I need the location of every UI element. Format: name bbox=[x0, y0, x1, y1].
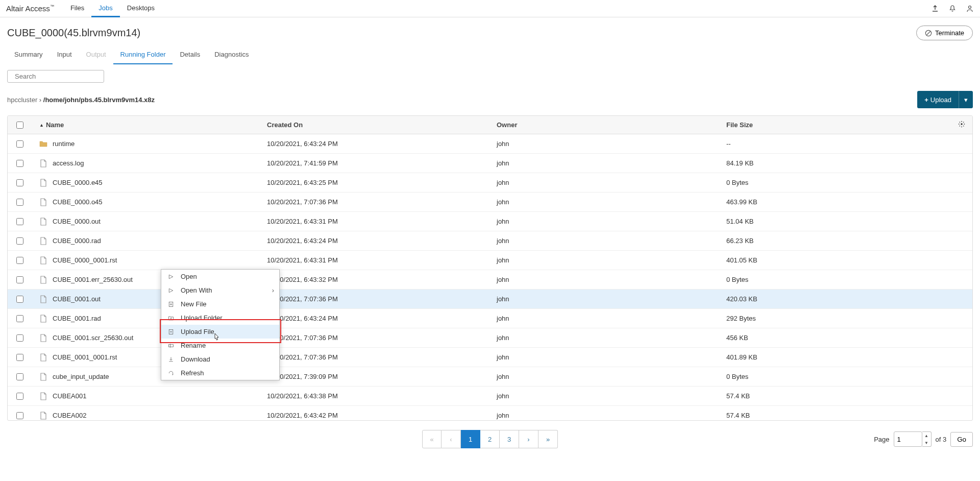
file-owner: john bbox=[497, 392, 726, 400]
row-checkbox[interactable] bbox=[16, 373, 23, 380]
page-btn-2[interactable]: 2 bbox=[480, 430, 500, 448]
topnav-desktops[interactable]: Desktops bbox=[120, 0, 162, 17]
table-row[interactable]: CUBE_0001.scr_25630.out10/20/2021, 7:07:… bbox=[8, 328, 972, 348]
context-menu-refresh[interactable]: Refresh bbox=[161, 366, 279, 380]
search-input[interactable] bbox=[7, 70, 104, 83]
file-owner: john bbox=[497, 140, 726, 148]
row-checkbox[interactable] bbox=[16, 412, 23, 419]
row-checkbox[interactable] bbox=[16, 276, 23, 283]
context-menu-upload-file[interactable]: Upload File bbox=[161, 325, 279, 339]
context-menu-rename[interactable]: Rename bbox=[161, 339, 279, 352]
row-checkbox[interactable] bbox=[16, 354, 23, 361]
file-created: 10/20/2021, 7:41:59 PM bbox=[267, 159, 497, 167]
row-checkbox[interactable] bbox=[16, 140, 23, 148]
table-row[interactable]: CUBE_0000.e4510/20/2021, 6:43:25 PMjohn0… bbox=[8, 173, 972, 193]
table-row[interactable]: CUBE_0000.o4510/20/2021, 7:07:36 PMjohn4… bbox=[8, 193, 972, 212]
upload-button[interactable]: + Upload ▾ bbox=[917, 91, 973, 108]
pager: «‹123›» bbox=[422, 430, 558, 448]
topnav-jobs[interactable]: Jobs bbox=[91, 0, 119, 17]
row-checkbox[interactable] bbox=[16, 179, 23, 186]
file-owner: john bbox=[497, 159, 726, 167]
file-icon bbox=[39, 334, 47, 342]
file-created: 10/20/2021, 7:07:36 PM bbox=[267, 353, 497, 361]
file-icon bbox=[39, 237, 47, 245]
file-icon bbox=[39, 353, 47, 362]
table-row[interactable]: CUBE_0001.rad10/20/2021, 6:43:24 PMjohn2… bbox=[8, 309, 972, 328]
file-size: 57.4 KB bbox=[726, 412, 951, 419]
context-menu-new-file[interactable]: New File bbox=[161, 297, 279, 311]
file-created: 10/20/2021, 6:43:31 PM bbox=[267, 218, 497, 225]
tabs: SummaryInputOutputRunning FolderDetailsD… bbox=[0, 42, 980, 65]
row-checkbox[interactable] bbox=[16, 160, 23, 167]
svg-point-5 bbox=[961, 123, 963, 125]
page-btn-›[interactable]: › bbox=[519, 430, 538, 448]
row-checkbox[interactable] bbox=[16, 218, 23, 225]
context-menu: OpenOpen WithNew FileUpload FolderUpload… bbox=[161, 269, 280, 380]
file-name: CUBE_0000.e45 bbox=[53, 179, 103, 186]
page-input[interactable] bbox=[894, 431, 922, 447]
table-row[interactable]: CUBEA00110/20/2021, 6:43:38 PMjohn57.4 K… bbox=[8, 387, 972, 406]
row-checkbox[interactable] bbox=[16, 257, 23, 264]
go-button[interactable]: Go bbox=[950, 432, 973, 447]
svg-point-0 bbox=[969, 6, 971, 8]
file-created: 10/20/2021, 7:07:36 PM bbox=[267, 295, 497, 303]
file-size: 292 Bytes bbox=[726, 315, 951, 322]
upload-icon[interactable] bbox=[931, 5, 939, 13]
tab-details[interactable]: Details bbox=[173, 46, 207, 64]
file-size: -- bbox=[726, 140, 951, 148]
tab-diagnostics[interactable]: Diagnostics bbox=[207, 46, 256, 64]
page-btn-3[interactable]: 3 bbox=[500, 430, 519, 448]
table-row[interactable]: CUBE_0000.rad10/20/2021, 6:43:24 PMjohn6… bbox=[8, 231, 972, 251]
file-size: 401.89 KB bbox=[726, 353, 951, 361]
table-row[interactable]: CUBE_0001.out10/20/2021, 7:07:36 PMjohn4… bbox=[8, 290, 972, 309]
table-row[interactable]: CUBE_0000_0001.rst10/20/2021, 6:43:31 PM… bbox=[8, 251, 972, 270]
row-checkbox[interactable] bbox=[16, 296, 23, 303]
file-owner: john bbox=[497, 218, 726, 225]
topnav-files[interactable]: Files bbox=[63, 0, 91, 17]
row-checkbox[interactable] bbox=[16, 199, 23, 206]
gear-icon[interactable] bbox=[951, 121, 972, 129]
user-icon[interactable] bbox=[966, 5, 974, 13]
file-owner: john bbox=[497, 315, 726, 322]
page-btn-»[interactable]: » bbox=[538, 430, 558, 448]
file-size: 0 Bytes bbox=[726, 373, 951, 380]
context-menu-upload-folder[interactable]: Upload Folder bbox=[161, 311, 279, 325]
file-icon bbox=[39, 315, 47, 323]
tab-input[interactable]: Input bbox=[50, 46, 79, 64]
brand: Altair Access™ bbox=[6, 4, 54, 13]
context-menu-download[interactable]: Download bbox=[161, 352, 279, 366]
breadcrumb: hpccluster › /home/john/pbs.45.blrvm9vm1… bbox=[7, 96, 155, 104]
select-all-checkbox[interactable] bbox=[16, 122, 23, 129]
table-row[interactable]: cube_input_update10/20/2021, 7:39:09 PMj… bbox=[8, 367, 972, 387]
header-created[interactable]: Created On bbox=[267, 121, 497, 129]
context-menu-open-with[interactable]: Open With bbox=[161, 283, 279, 297]
tab-summary[interactable]: Summary bbox=[7, 46, 50, 64]
file-icon bbox=[39, 198, 47, 206]
file-icon bbox=[39, 392, 47, 400]
context-menu-open[interactable]: Open bbox=[161, 270, 279, 283]
row-checkbox[interactable] bbox=[16, 237, 23, 245]
table-row[interactable]: CUBE_0001.err_25630.out10/20/2021, 6:43:… bbox=[8, 270, 972, 290]
file-owner: john bbox=[497, 256, 726, 264]
table-row[interactable]: CUBE_0001_0001.rst10/20/2021, 7:07:36 PM… bbox=[8, 348, 972, 367]
table-row[interactable]: access.log10/20/2021, 7:41:59 PMjohn84.1… bbox=[8, 154, 972, 173]
bell-icon[interactable] bbox=[948, 5, 957, 13]
terminate-button[interactable]: Terminate bbox=[916, 26, 973, 40]
row-checkbox[interactable] bbox=[16, 393, 23, 400]
header-size[interactable]: File Size bbox=[726, 121, 951, 129]
upload-caret-icon[interactable]: ▾ bbox=[959, 91, 973, 108]
file-size: 0 Bytes bbox=[726, 276, 951, 283]
row-checkbox[interactable] bbox=[16, 334, 23, 342]
row-checkbox[interactable] bbox=[16, 315, 23, 322]
file-owner: john bbox=[497, 295, 726, 303]
file-name: CUBE_0001.out bbox=[53, 295, 101, 303]
table-row[interactable]: runtime10/20/2021, 6:43:24 PMjohn-- bbox=[8, 134, 972, 154]
page-stepper[interactable]: ▲▼ bbox=[922, 431, 932, 447]
header-owner[interactable]: Owner bbox=[497, 121, 726, 129]
file-owner: john bbox=[497, 179, 726, 186]
table-row[interactable]: CUBEA00210/20/2021, 6:43:42 PMjohn57.4 K… bbox=[8, 406, 972, 420]
table-row[interactable]: CUBE_0000.out10/20/2021, 6:43:31 PMjohn5… bbox=[8, 212, 972, 231]
page-btn-1[interactable]: 1 bbox=[461, 430, 480, 448]
header-name[interactable]: ▲Name bbox=[32, 121, 267, 129]
tab-running-folder[interactable]: Running Folder bbox=[113, 46, 173, 64]
